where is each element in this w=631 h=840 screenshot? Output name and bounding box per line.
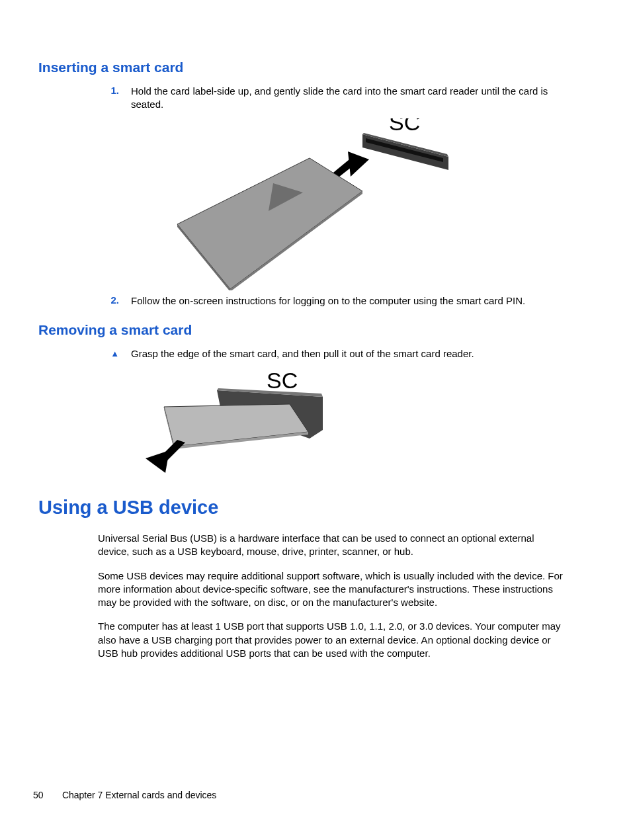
page-number: 50 — [33, 790, 60, 800]
chapter-label: Chapter 7 External cards and devices — [62, 790, 216, 800]
page-footer: 50 Chapter 7 External cards and devices — [33, 790, 216, 800]
figure-remove-smart-card: SC — [131, 367, 336, 473]
svg-marker-5 — [177, 158, 362, 289]
remove-step-text: Grasp the edge of the smart card, and th… — [131, 347, 593, 360]
heading-inserting-smart-card: Inserting a smart card — [38, 60, 593, 75]
svg-marker-15 — [146, 450, 169, 473]
sc-label-1: SC — [389, 118, 420, 135]
step-2: 2. Follow the on-screen instructions for… — [98, 294, 593, 308]
step-2-marker: 2. — [98, 294, 131, 308]
remove-step: ▲ Grasp the edge of the smart card, and … — [98, 347, 593, 360]
usb-para-1: Universal Serial Bus (USB) is a hardware… — [98, 532, 566, 559]
arrow-remove-icon — [146, 440, 185, 473]
step-2-text: Follow the on-screen instructions for lo… — [131, 294, 593, 308]
remove-bullet-icon: ▲ — [98, 347, 131, 360]
svg-marker-4 — [348, 151, 369, 177]
heading-using-usb-device: Using a USB device — [38, 497, 593, 519]
heading-removing-smart-card: Removing a smart card — [38, 322, 593, 338]
usb-para-3: The computer has at least 1 USB port tha… — [98, 620, 566, 660]
figure-insert-smart-card: SC — [171, 118, 455, 290]
step-1: 1. Hold the card label-side up, and gent… — [98, 85, 593, 112]
step-1-marker: 1. — [98, 85, 131, 112]
sc-label-2: SC — [267, 368, 298, 393]
usb-para-2: Some USB devices may require additional … — [98, 569, 566, 610]
step-1-text: Hold the card label-side up, and gently … — [131, 85, 593, 112]
